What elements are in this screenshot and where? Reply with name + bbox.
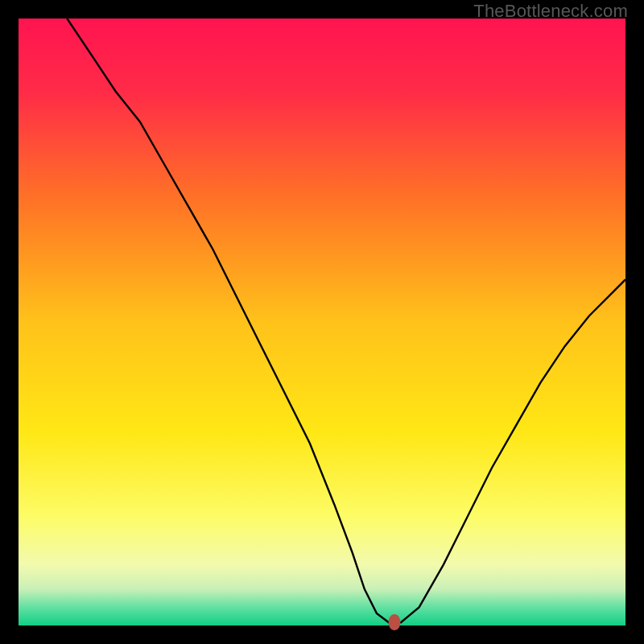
chart-frame: TheBottleneck.com: [0, 0, 644, 644]
gradient-plot-area: [19, 19, 625, 625]
optimal-marker: [389, 614, 401, 630]
watermark-text: TheBottleneck.com: [473, 1, 628, 22]
